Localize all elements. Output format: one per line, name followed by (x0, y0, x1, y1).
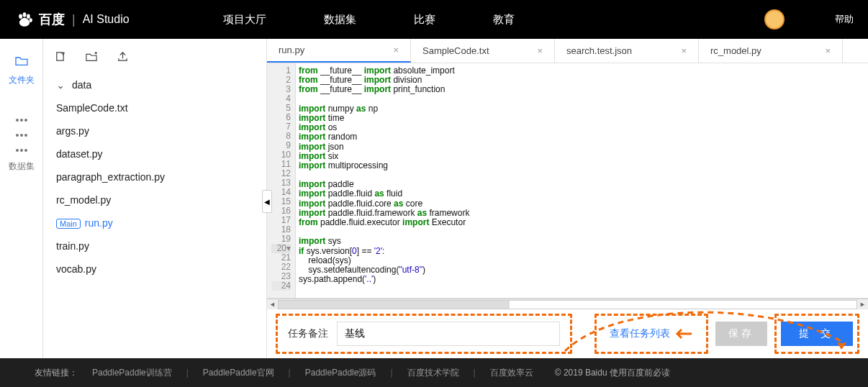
editor-tabs: run.py× SampleCode.txt× search.test.json… (267, 39, 868, 63)
tree-file[interactable]: paragraph_extraction.py (43, 165, 266, 188)
footer-link[interactable]: 百度技术学院 (407, 367, 459, 379)
close-icon[interactable]: × (825, 45, 831, 56)
footer-link[interactable]: PaddlePaddle训练营 (92, 367, 172, 379)
annotation-arrow-icon (673, 328, 693, 340)
nav-projects[interactable]: 项目大厅 (223, 13, 266, 27)
footer-link[interactable]: PaddlePaddle源码 (305, 367, 376, 379)
submit-box: 提 交 (774, 314, 859, 354)
view-tasks-link[interactable]: 查看任务列表 (610, 327, 670, 340)
code-view[interactable]: from __future__ import absolute_importfr… (296, 63, 868, 298)
tab-rc-model[interactable]: rc_model.py× (699, 39, 843, 63)
tree-file[interactable]: args.py (43, 119, 266, 142)
upload-icon[interactable] (117, 51, 128, 64)
svg-point-2 (27, 14, 30, 19)
svg-point-1 (23, 12, 27, 17)
file-sidebar: data SampleCode.txt args.py dataset.py p… (43, 39, 267, 358)
view-tasks-box[interactable]: 查看任务列表 (595, 314, 708, 354)
line-gutter: 1234567891011121314151617181920▾21222324 (267, 63, 296, 298)
submit-button[interactable]: 提 交 (781, 322, 853, 346)
tree-folder-data[interactable]: data (43, 73, 266, 96)
tab-samplecode[interactable]: SampleCode.txt× (411, 39, 555, 63)
brand-divider: | (72, 12, 76, 27)
task-bar: 任务备注 查看任务列表 保存 提 交 (267, 309, 868, 358)
nav-datasets[interactable]: 数据集 (324, 13, 356, 27)
tab-search-json[interactable]: search.test.json× (555, 39, 699, 63)
close-icon[interactable]: × (537, 45, 543, 56)
baidu-paw-icon (14, 9, 35, 29)
horizontal-scrollbar[interactable]: ◄► (267, 299, 868, 309)
main-badge: Main (56, 219, 81, 229)
tree-file[interactable]: train.py (43, 235, 266, 258)
tree-file[interactable]: rc_model.py (43, 188, 266, 211)
nav-education[interactable]: 教育 (493, 13, 515, 27)
tree-file[interactable]: SampleCode.txt (43, 96, 266, 119)
new-folder-icon[interactable] (86, 52, 97, 64)
footer-link[interactable]: 百度效率云 (490, 367, 533, 379)
new-file-icon[interactable] (55, 51, 65, 64)
save-button[interactable]: 保存 (715, 322, 767, 346)
avatar[interactable] (764, 9, 785, 29)
left-rail: 文件夹 数据集 (0, 39, 43, 358)
footer-copyright: © 2019 Baidu 使用百度前必读 (555, 367, 670, 379)
topbar: 百度 | AI Studio 项目大厅 数据集 比赛 教育 帮助 (0, 0, 868, 39)
tab-run-py[interactable]: run.py× (267, 39, 411, 63)
logo[interactable]: 百度 | AI Studio (14, 9, 130, 29)
folder-icon (0, 55, 42, 70)
top-nav: 项目大厅 数据集 比赛 教育 (223, 13, 515, 27)
task-note-input[interactable] (337, 322, 560, 346)
footer-label: 友情链接： (35, 367, 78, 379)
tree-file-main[interactable]: Mainrun.py (43, 211, 266, 235)
svg-point-3 (30, 18, 32, 22)
nav-compete[interactable]: 比赛 (414, 13, 435, 27)
close-icon[interactable]: × (681, 45, 687, 56)
rail-datasets[interactable]: 数据集 (0, 111, 42, 173)
sidebar-toolbar (43, 46, 266, 69)
grid-dots-icon (0, 111, 42, 156)
tree-file[interactable]: dataset.py (43, 142, 266, 165)
footer: 友情链接： PaddlePaddle训练营| PaddlePaddle官网| P… (0, 358, 868, 387)
svg-point-0 (19, 14, 22, 19)
task-note-label: 任务备注 (288, 327, 328, 340)
editor-area: ◀ run.py× SampleCode.txt× search.test.js… (267, 39, 868, 358)
task-note-box: 任务备注 (276, 314, 572, 354)
close-icon[interactable]: × (393, 45, 399, 55)
file-tree: data SampleCode.txt args.py dataset.py p… (43, 69, 266, 285)
brand-baidu: 百度 (39, 11, 65, 28)
footer-link[interactable]: PaddlePaddle官网 (203, 367, 274, 379)
tree-file[interactable]: vocab.py (43, 258, 266, 281)
rail-files[interactable]: 文件夹 (0, 55, 42, 86)
nav-help[interactable]: 帮助 (835, 13, 854, 26)
brand-studio: AI Studio (83, 13, 130, 26)
collapse-sidebar-icon[interactable]: ◀ (262, 190, 272, 213)
